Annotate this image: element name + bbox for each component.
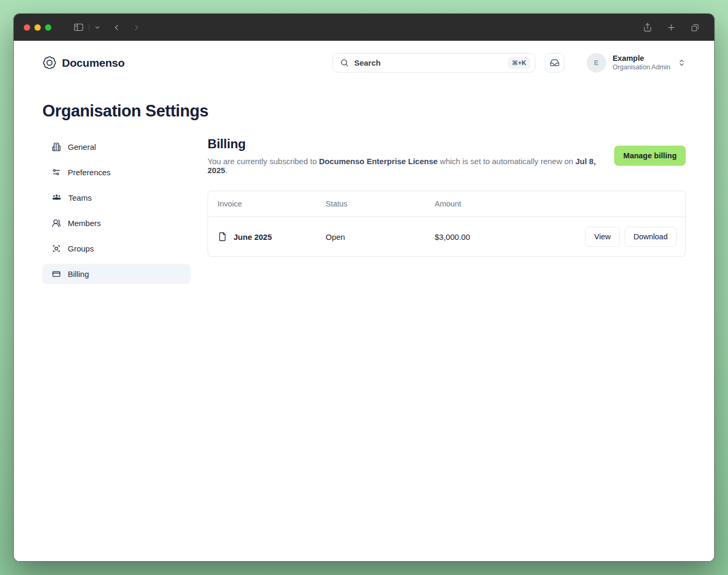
sidebar-item-label: Groups: [68, 244, 94, 253]
file-icon: [218, 231, 227, 242]
search-shortcut-badge: ⌘+K: [508, 57, 531, 69]
browser-window: Documenso ⌘+K E: [14, 14, 714, 561]
view-button[interactable]: View: [585, 227, 619, 247]
invoice-amount: $3,000.00: [435, 232, 556, 241]
invoice-actions: View Download: [556, 227, 685, 247]
user-name: Example: [613, 54, 670, 63]
group-frame-icon: [52, 244, 61, 253]
avatar: E: [587, 53, 606, 73]
invoices-table: Invoice Status Amount June 2025: [208, 191, 686, 257]
sidebar-item-general[interactable]: General: [42, 137, 191, 157]
sidebar-item-label: Preferences: [68, 168, 111, 177]
search-icon: [340, 58, 349, 67]
sidebar-item-label: Members: [68, 219, 101, 228]
documenso-logo-icon: [42, 56, 57, 70]
sidebar-item-preferences[interactable]: Preferences: [42, 162, 191, 182]
back-icon[interactable]: [112, 23, 121, 32]
sidebar-item-teams[interactable]: Teams: [42, 187, 191, 208]
building-icon: [52, 142, 61, 151]
credit-card-icon: [52, 269, 61, 278]
sidebar-item-billing[interactable]: Billing: [42, 264, 191, 284]
invoice-name: June 2025: [233, 232, 272, 241]
sidebar-item-label: General: [68, 142, 96, 151]
sidebar-item-label: Billing: [68, 269, 89, 278]
download-button[interactable]: Download: [625, 227, 677, 247]
invoice-status: Open: [326, 232, 435, 241]
invoice-cell: June 2025: [218, 231, 326, 242]
page-title: Organisation Settings: [42, 102, 686, 121]
window-controls: [24, 24, 51, 31]
sidebar-item-groups[interactable]: Groups: [42, 238, 191, 258]
column-invoice: Invoice: [218, 200, 326, 208]
inbox-icon: [550, 58, 560, 68]
billing-heading: Billing: [208, 137, 614, 151]
maximize-button[interactable]: [45, 24, 51, 31]
billing-panel: Billing You are currently subscribed to …: [208, 137, 686, 289]
settings-sidebar: General Preferences: [42, 137, 191, 289]
app-content: Documenso ⌘+K E: [14, 41, 714, 561]
plan-name: Documenso Enterprise License: [319, 157, 437, 166]
minimize-button[interactable]: [34, 24, 41, 31]
share-icon[interactable]: [643, 23, 652, 32]
team-icon: [52, 193, 61, 202]
sidebar-item-label: Teams: [68, 193, 92, 202]
members-icon: [52, 219, 61, 228]
inbox-button[interactable]: [545, 53, 564, 73]
sidebar-item-members[interactable]: Members: [42, 213, 191, 233]
brand-name: Documenso: [62, 57, 124, 69]
brand[interactable]: Documenso: [42, 56, 124, 70]
search-bar[interactable]: ⌘+K: [332, 53, 535, 73]
browser-titlebar: [14, 14, 714, 41]
user-menu[interactable]: E Example Organisation Admin: [587, 53, 686, 73]
chevrons-up-down-icon: [678, 59, 686, 67]
manage-billing-button[interactable]: Manage billing: [614, 146, 686, 166]
user-role: Organisation Admin: [613, 63, 670, 71]
new-tab-icon[interactable]: [667, 23, 676, 32]
table-header: Invoice Status Amount: [208, 191, 685, 217]
close-button[interactable]: [24, 24, 30, 31]
sidebar-toggle-icon[interactable]: [73, 22, 84, 33]
app-header: Documenso ⌘+K E: [42, 41, 686, 77]
chevron-down-icon[interactable]: [94, 24, 101, 31]
tab-overview-icon[interactable]: [690, 23, 700, 32]
search-input[interactable]: [354, 58, 508, 67]
subscription-text: You are currently subscribed to Documens…: [208, 157, 614, 175]
sliders-icon: [52, 168, 61, 177]
column-amount: Amount: [435, 200, 556, 208]
forward-icon[interactable]: [132, 23, 141, 32]
table-row: June 2025 Open $3,000.00 View Download: [208, 217, 685, 256]
column-status: Status: [326, 200, 435, 208]
toolbar-divider: [89, 23, 89, 31]
